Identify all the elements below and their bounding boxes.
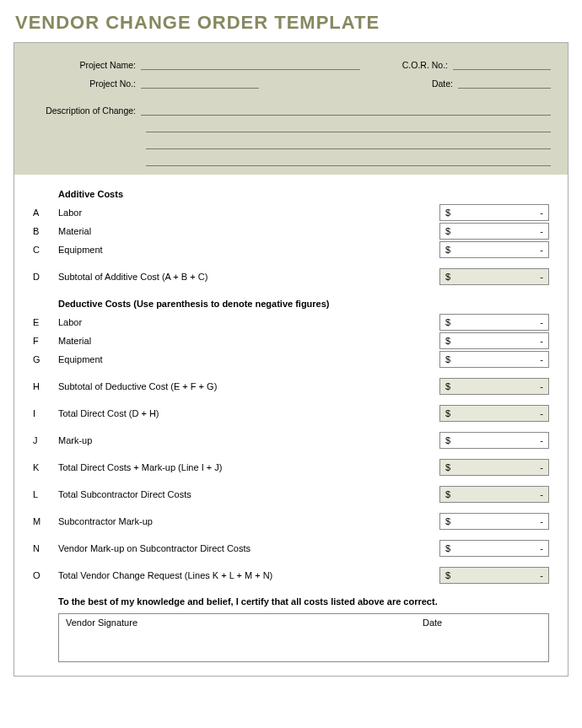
row-n-value[interactable]: $-	[439, 540, 549, 557]
description-label: Description of Change:	[31, 105, 141, 116]
vendor-signature-label: Vendor Signature	[66, 617, 423, 661]
row-g: G Equipment $-	[33, 350, 549, 369]
row-m: M Subcontractor Mark-up $-	[33, 512, 549, 531]
row-d-value[interactable]: $-	[439, 268, 549, 285]
project-name-field[interactable]	[141, 58, 360, 70]
row-n: N Vendor Mark-up on Subcontractor Direct…	[33, 539, 549, 558]
description-field-line2[interactable]	[146, 116, 551, 132]
row-l: L Total Subcontractor Direct Costs $-	[33, 485, 549, 504]
header-row-2: Project No.: Date:	[31, 77, 551, 89]
header-row-1: Project Name: C.O.R. No.:	[31, 58, 551, 70]
deductive-costs-heading-text: Deductive Costs (Use parenthesis to deno…	[58, 299, 549, 309]
row-f-code: F	[33, 336, 58, 346]
project-name-label: Project Name:	[31, 60, 141, 70]
row-c: C Equipment $-	[33, 240, 549, 259]
row-a-label: Labor	[58, 208, 439, 218]
row-e-label: Labor	[58, 317, 439, 327]
row-n-label: Vendor Mark-up on Subcontractor Direct C…	[58, 543, 439, 553]
header-block: Project Name: C.O.R. No.: Project No.: D…	[14, 43, 568, 175]
row-l-value[interactable]: $-	[439, 486, 549, 503]
row-k-label: Total Direct Costs + Mark-up (Line I + J…	[58, 462, 439, 472]
row-f-value[interactable]: $-	[439, 332, 549, 349]
row-m-code: M	[33, 516, 58, 526]
description-field-line1[interactable]	[141, 104, 551, 116]
row-g-value[interactable]: $-	[439, 351, 549, 368]
row-o-code: O	[33, 570, 58, 580]
row-i-code: I	[33, 408, 58, 418]
row-h-code: H	[33, 381, 58, 391]
description-field-line4[interactable]	[146, 149, 551, 166]
row-k-value[interactable]: $-	[439, 459, 549, 476]
row-b-code: B	[33, 226, 58, 236]
row-a-value[interactable]: $-	[439, 204, 549, 221]
row-o-value[interactable]: $-	[439, 567, 549, 584]
row-d-code: D	[33, 272, 58, 282]
certify-statement: To the best of my knowledge and belief, …	[58, 596, 549, 607]
row-j-label: Mark-up	[58, 435, 439, 445]
signature-box[interactable]: Vendor Signature Date	[58, 613, 549, 662]
row-e-value[interactable]: $-	[439, 314, 549, 331]
row-d-label: Subtotal of Additive Cost (A + B + C)	[58, 272, 439, 282]
project-no-label: Project No.:	[31, 78, 141, 89]
row-n-code: N	[33, 543, 58, 553]
row-i-value[interactable]: $-	[439, 405, 549, 422]
body-block: Additive Costs A Labor $- B Material $- …	[14, 175, 568, 676]
row-c-label: Equipment	[58, 245, 439, 255]
row-m-label: Subcontractor Mark-up	[58, 516, 439, 526]
form-frame: Project Name: C.O.R. No.: Project No.: D…	[13, 42, 569, 677]
row-o-label: Total Vendor Change Request (Lines K + L…	[58, 570, 439, 580]
row-g-label: Equipment	[58, 354, 439, 364]
signature-date-label: Date	[423, 617, 542, 661]
row-i-label: Total Direct Cost (D + H)	[58, 408, 439, 418]
cor-no-label: C.O.R. No.:	[360, 60, 453, 70]
row-b-value[interactable]: $-	[439, 223, 549, 240]
row-d: D Subtotal of Additive Cost (A + B + C) …	[33, 267, 549, 286]
deductive-costs-heading: Deductive Costs (Use parenthesis to deno…	[33, 294, 549, 313]
row-k: K Total Direct Costs + Mark-up (Line I +…	[33, 458, 549, 477]
additive-costs-heading: Additive Costs	[33, 185, 549, 203]
row-k-code: K	[33, 462, 58, 472]
row-f: F Material $-	[33, 332, 549, 350]
page-title: VENDOR CHANGE ORDER TEMPLATE	[0, 0, 582, 42]
row-j-value[interactable]: $-	[439, 432, 549, 449]
row-h-value[interactable]: $-	[439, 378, 549, 395]
row-l-code: L	[33, 489, 58, 499]
date-field[interactable]	[458, 77, 551, 89]
row-f-label: Material	[58, 336, 439, 346]
row-b-label: Material	[58, 226, 439, 236]
row-b: B Material $-	[33, 222, 549, 240]
project-no-field[interactable]	[141, 77, 259, 89]
row-a-code: A	[33, 208, 58, 218]
row-o: O Total Vendor Change Request (Lines K +…	[33, 566, 549, 585]
description-field-line3[interactable]	[146, 132, 551, 149]
row-j: J Mark-up $-	[33, 431, 549, 450]
row-e: E Labor $-	[33, 313, 549, 332]
row-e-code: E	[33, 317, 58, 327]
row-m-value[interactable]: $-	[439, 513, 549, 530]
row-h-label: Subtotal of Deductive Cost (E + F + G)	[58, 381, 439, 391]
row-c-code: C	[33, 245, 58, 255]
row-c-value[interactable]: $-	[439, 241, 549, 258]
row-g-code: G	[33, 354, 58, 364]
row-a: A Labor $-	[33, 203, 549, 222]
cor-no-field[interactable]	[453, 58, 551, 70]
row-j-code: J	[33, 435, 58, 445]
date-label: Date:	[407, 78, 458, 89]
row-l-label: Total Subcontractor Direct Costs	[58, 489, 439, 499]
row-i: I Total Direct Cost (D + H) $-	[33, 404, 549, 423]
description-row: Description of Change:	[31, 104, 551, 116]
row-h: H Subtotal of Deductive Cost (E + F + G)…	[33, 377, 549, 396]
additive-costs-heading-text: Additive Costs	[58, 189, 549, 199]
